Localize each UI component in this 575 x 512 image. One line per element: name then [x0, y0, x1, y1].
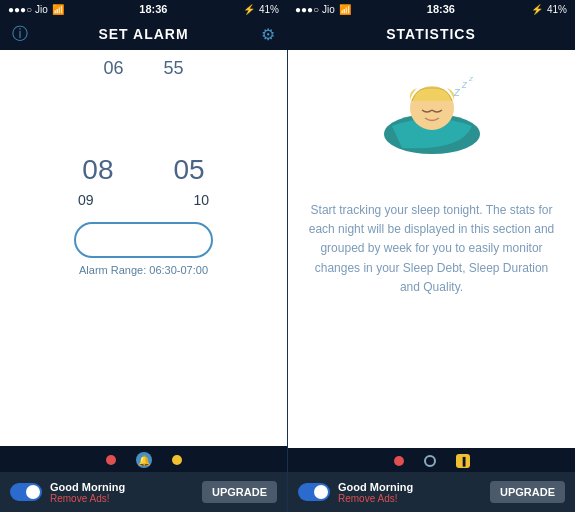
nav-dot-stats-left[interactable]: [172, 455, 182, 465]
right-toggle[interactable]: [298, 483, 330, 501]
right-ad-title: Good Morning: [338, 481, 482, 493]
time-below-row: 08 05: [0, 150, 287, 190]
right-bottom-nav: ▐: [288, 448, 575, 472]
right-battery: 41%: [547, 4, 567, 15]
set-alarm-title: SET ALARM: [98, 26, 188, 42]
right-wifi-icon: 📶: [339, 4, 351, 15]
svg-text:z: z: [453, 85, 461, 99]
time-above-row: 06 55: [0, 54, 287, 83]
left-battery: 41%: [259, 4, 279, 15]
left-time: 18:36: [139, 3, 167, 15]
right-time: 18:36: [427, 3, 455, 15]
sleep-button[interactable]: SLEEP: [74, 222, 214, 258]
alarm-range-text: Alarm Range: 06:30-07:00: [79, 264, 208, 276]
nav-dot-red-right[interactable]: [394, 456, 404, 466]
nav-dot-alarm[interactable]: [106, 455, 116, 465]
sleeping-character: z z z: [372, 66, 492, 156]
time-below-hours: 08: [82, 154, 113, 186]
left-status-bar: ●●●○ Jio 📶 18:36 ⚡ 41%: [0, 0, 287, 18]
time-minutes: 00: [153, 84, 222, 149]
left-toggle[interactable]: [10, 483, 42, 501]
left-upgrade-button[interactable]: UPGRADE: [202, 481, 277, 503]
left-ad-sub: Remove Ads!: [50, 493, 194, 504]
svg-text:z: z: [468, 74, 474, 83]
left-ad-title: Good Morning: [50, 481, 194, 493]
left-carrier: ●●●○ Jio: [8, 4, 48, 15]
right-upgrade-button[interactable]: UPGRADE: [490, 481, 565, 503]
time-picker[interactable]: 06 55 07:00 08 05 09 10 SLEEP Alarm Ran: [0, 50, 287, 446]
settings-icon[interactable]: ⚙: [261, 25, 275, 44]
statistics-description: Start tracking your sleep tonight. The s…: [308, 201, 555, 297]
time-tiny-row: 09 10: [0, 190, 287, 210]
svg-text:z: z: [461, 79, 468, 90]
time-below-minutes: 05: [174, 154, 205, 186]
right-ad-sub: Remove Ads!: [338, 493, 482, 504]
right-carrier: ●●●○ Jio: [295, 4, 335, 15]
main-time-display: 07:00: [0, 83, 287, 150]
right-charging-icon: ⚡: [531, 4, 543, 15]
time-above-minutes: 55: [164, 58, 184, 79]
statistics-content: z z z Make it happen! Start tracking you…: [288, 50, 575, 448]
nav-dot-white-right[interactable]: [424, 455, 436, 467]
statistics-title: STATISTICS: [386, 26, 476, 42]
info-icon[interactable]: ⓘ: [12, 24, 28, 45]
left-wifi-icon: 📶: [52, 4, 64, 15]
left-ad-text: Good Morning Remove Ads!: [50, 481, 194, 504]
time-tiny-right: 10: [194, 192, 210, 208]
nav-dot-clock[interactable]: 🔔: [136, 452, 152, 468]
right-status-bar: ●●●○ Jio 📶 18:36 ⚡ 41%: [287, 0, 575, 18]
left-charging-icon: ⚡: [243, 4, 255, 15]
time-tiny-left: 09: [78, 192, 94, 208]
right-ad-text: Good Morning Remove Ads!: [338, 481, 482, 504]
left-ad-bar: Good Morning Remove Ads! UPGRADE: [0, 472, 287, 512]
main-time: 07:00: [66, 83, 221, 150]
left-bottom-nav: 🔔: [0, 446, 287, 472]
statistics-heading: Make it happen!: [360, 168, 502, 191]
time-above-hours: 06: [103, 58, 123, 79]
left-panel-header: ⓘ SET ALARM ⚙: [0, 18, 287, 50]
time-colon: :: [134, 84, 152, 149]
right-ad-bar: Good Morning Remove Ads! UPGRADE: [288, 472, 575, 512]
right-panel-header: STATISTICS: [287, 18, 575, 50]
nav-dot-bar-right[interactable]: ▐: [456, 454, 470, 468]
time-hours: 07: [66, 84, 135, 149]
